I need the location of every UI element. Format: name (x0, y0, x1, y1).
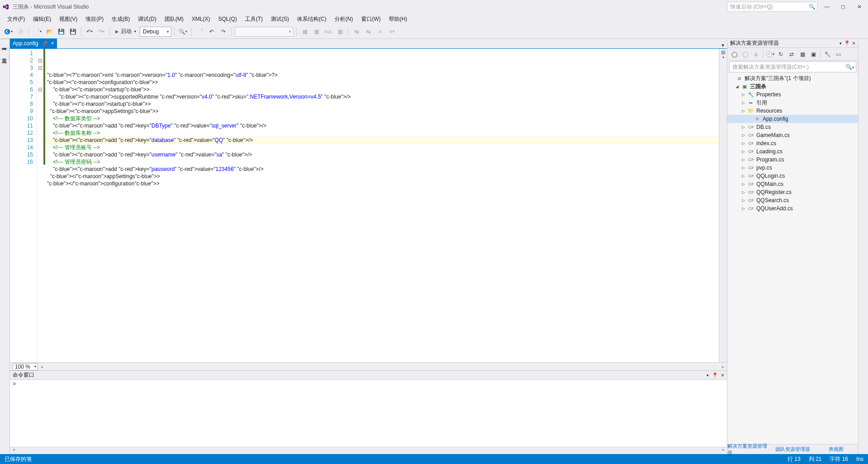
tb-dropdown-empty[interactable] (235, 27, 293, 37)
tb-btn-g[interactable]: ↹ (351, 26, 362, 37)
close-button[interactable]: ✕ (853, 2, 866, 12)
status-line: 行 13 (788, 455, 801, 463)
se-sync-icon[interactable]: 🕘▾ (765, 49, 775, 59)
cmd-dropdown-icon[interactable]: ▾ (707, 373, 709, 378)
se-home-icon[interactable]: ⌂ (751, 49, 761, 59)
tb-btn-b[interactable]: ↶ (206, 26, 217, 37)
se-showall-icon[interactable]: ▦ (797, 49, 807, 59)
se-back-icon[interactable]: ◯ (729, 49, 739, 59)
close-tab-icon[interactable]: × (51, 40, 54, 47)
tree-solution[interactable]: ⧈ 解决方案"三国杀"(1 个项目) (727, 74, 858, 82)
cmd-pin-icon[interactable]: 📍 (712, 372, 718, 379)
se-fwd-icon[interactable]: ◯ (740, 49, 750, 59)
tabs-overflow-icon[interactable]: ▾ (722, 42, 727, 48)
tree-properties[interactable]: ▷🔧 Properties (727, 90, 858, 99)
hscroll-right-icon[interactable]: ▸ (722, 365, 724, 369)
new-project-button[interactable]: 📄▾ (32, 26, 43, 37)
menu-team[interactable]: 团队(M) (161, 14, 187, 24)
panel-pin-icon[interactable]: 📍 (844, 40, 850, 47)
nav-back-button[interactable]: ▾ (3, 26, 14, 37)
status-saved: 已保存的项 (5, 455, 32, 463)
menu-file[interactable]: 文件(F) (4, 14, 28, 24)
code-editor[interactable]: 12345678910111213141516 ⊟⊟⊟ "c-blue"><?"… (10, 49, 727, 362)
tb-btn-j[interactable]: ≡▾ (387, 26, 397, 37)
undo-button[interactable]: ↶▾ (84, 26, 95, 37)
tab-team-explorer[interactable]: 团队资源管理器 (771, 445, 814, 454)
tb-btn-c[interactable]: ↷ (218, 26, 229, 37)
tb-btn-sql[interactable]: SQL (323, 26, 334, 37)
find-button[interactable]: 🔍▾ (177, 26, 189, 37)
solution-tree[interactable]: ⧈ 解决方案"三国杀"(1 个项目) ◢▣ 三国杀 ▷🔧 Properties … (727, 73, 858, 444)
command-window-body[interactable]: > (10, 380, 727, 447)
config-dropdown[interactable]: Debug (140, 27, 171, 37)
se-refresh-icon[interactable]: ↻ (776, 49, 786, 59)
tab-app-config[interactable]: App.config 📌 × (10, 38, 57, 48)
menu-architecture[interactable]: 体系结构(C) (293, 14, 330, 24)
tree-file-program-cs[interactable]: ▷C#Program.cs (727, 156, 858, 164)
menu-debug[interactable]: 调试(D) (134, 14, 160, 24)
menu-view[interactable]: 视图(V) (56, 14, 81, 24)
tree-resources[interactable]: ▷📁 Resources (727, 107, 858, 115)
menu-project[interactable]: 项目(P) (82, 14, 107, 24)
vtab-toolbox[interactable]: 工具箱 (0, 50, 9, 60)
start-debug-button[interactable]: ▶启动▾ (113, 27, 139, 37)
panel-dropdown-icon[interactable]: ▾ (840, 41, 842, 46)
cmd-hscroll-left[interactable]: ◂ (10, 447, 17, 454)
menu-build[interactable]: 生成(B) (108, 14, 133, 24)
menu-sql[interactable]: SQL(Q) (215, 14, 241, 24)
tree-file-pvp-cs[interactable]: ▷C#pvp.cs (727, 164, 858, 172)
pin-icon[interactable]: 📌 (42, 41, 47, 46)
tree-project[interactable]: ◢▣ 三国杀 (727, 82, 858, 90)
se-view-icon[interactable]: ▭ (833, 49, 843, 59)
tab-solution-explorer[interactable]: 解决方案资源管理器 (727, 445, 771, 454)
nav-forward-button[interactable] (15, 26, 26, 37)
tree-file-qqlogin-cs[interactable]: ▷C#QQLogin.cs (727, 172, 858, 180)
menu-xml[interactable]: XML(X) (188, 14, 214, 24)
save-button[interactable]: 💾 (56, 26, 66, 37)
tb-btn-h[interactable]: ↹ (363, 26, 374, 37)
hscroll-left-icon[interactable]: ◂ (41, 365, 43, 369)
panel-close-icon[interactable]: × (852, 40, 855, 47)
tree-file-qqmain-cs[interactable]: ▷C#QQMain.cs (727, 180, 858, 188)
se-preview-icon[interactable]: ▣ (808, 49, 818, 59)
menu-window[interactable]: 窗口(W) (358, 14, 384, 24)
tb-btn-d[interactable]: ▦ (299, 26, 310, 37)
menu-test[interactable]: 测试(S) (267, 14, 292, 24)
tree-file-qquseradd-cs[interactable]: ▷C#QQUserAdd.cs (727, 204, 858, 213)
tree-file-db-cs[interactable]: ▷C#DB.cs (727, 123, 858, 131)
cmd-close-icon[interactable]: × (721, 372, 724, 379)
tree-file-qqregister-cs[interactable]: ▷C#QQRegister.cs (727, 188, 858, 196)
tree-file-qqsearch-cs[interactable]: ▷C#QQSearch.cs (727, 196, 858, 204)
solution-search-input[interactable]: 搜索解决方案资源管理器(Ctrl+;) 🔍▾ (729, 62, 856, 72)
menu-analyze[interactable]: 分析(N) (331, 14, 357, 24)
cmd-hscroll-right[interactable]: ▸ (720, 447, 727, 454)
status-bar: 已保存的项 行 13 列 21 字符 16 Ins (0, 454, 868, 464)
tb-btn-a[interactable]: 📄 (194, 26, 205, 37)
window-title: 三国杀 - Microsoft Visual Studio (13, 3, 89, 11)
quick-launch-input[interactable]: 快速启动 (Ctrl+Q) 🔍 (727, 2, 817, 12)
minimize-button[interactable]: — (820, 2, 834, 12)
split-handle[interactable]: ▤ ▴ (719, 49, 727, 362)
zoom-dropdown[interactable]: 100 % (13, 363, 38, 370)
maximize-button[interactable]: ◻ (836, 2, 850, 12)
tb-btn-f[interactable]: ▦ (335, 26, 345, 37)
command-window: 命令窗口 ▾ 📍 × > ◂ ▸ (10, 370, 727, 454)
save-all-button[interactable]: 💾 (67, 26, 78, 37)
menu-help[interactable]: 帮助(H) (385, 14, 411, 24)
tab-class-view[interactable]: 类视图 (815, 445, 858, 454)
tb-btn-i[interactable]: ≡ (375, 26, 386, 37)
tb-btn-e[interactable]: ▦ (311, 26, 322, 37)
tree-references[interactable]: ▷▪▪ 引用 (727, 99, 858, 107)
tree-file-gamemain-cs[interactable]: ▷C#GameMain.cs (727, 131, 858, 139)
se-collapse-icon[interactable]: ⇄ (787, 49, 797, 59)
tree-file-loading-cs[interactable]: ▷C#Loading.cs (727, 147, 858, 156)
menu-tools[interactable]: 工具(T) (241, 14, 266, 24)
se-properties-icon[interactable]: 🔧 (822, 49, 832, 59)
tree-file-index-cs[interactable]: ▷C#index.cs (727, 139, 858, 147)
redo-button[interactable]: ↷▾ (96, 26, 107, 37)
editor-footer: 100 % ◂ ▸ (10, 362, 727, 370)
vtab-server-explorer[interactable]: 服务器资源管理器 (0, 39, 9, 49)
open-file-button[interactable]: 📂 (44, 26, 55, 37)
menu-edit[interactable]: 编辑(E) (29, 14, 55, 24)
tree-file-app-config[interactable]: ⚙App.config (727, 115, 858, 123)
